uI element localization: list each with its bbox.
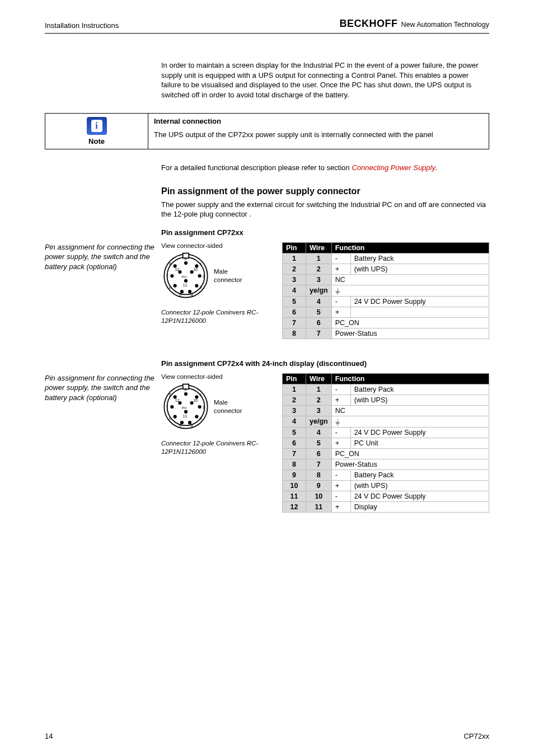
section1-pin-table: Pin Wire Function 11-Battery Pack22+(wit… (282, 242, 489, 339)
cell-wire: 10 (306, 491, 332, 501)
section1-side-caption: Pin assignment for connecting the power … (45, 242, 161, 272)
cell-sign: - (331, 253, 350, 264)
table-row: 4ye/gn⏚ (283, 285, 489, 296)
after-note-paragraph: For a detailed functional description pl… (161, 163, 489, 173)
section1-mid-col: View connector-sided 12 34 56 78 910 111… (161, 242, 282, 325)
cell-function: PC_ON (331, 317, 489, 328)
cell-pin: 7 (283, 317, 306, 328)
th-function: Function (331, 242, 489, 253)
svg-text:7: 7 (166, 405, 168, 408)
cell-wire: 5 (306, 307, 332, 317)
table-row: 76PC_ON (283, 317, 489, 328)
svg-point-36 (174, 415, 177, 418)
svg-text:4: 4 (191, 293, 193, 297)
table-row: 87Power-Status (283, 328, 489, 339)
section1-view-label: View connector-sided (161, 242, 282, 249)
cell-wire: 8 (306, 469, 332, 480)
male-label-line2: connector (214, 407, 242, 414)
cell-function: Display (350, 501, 489, 512)
svg-text:5: 5 (179, 293, 181, 297)
svg-text:10: 10 (193, 398, 198, 402)
svg-text:3: 3 (200, 416, 202, 420)
cell-sign: - (331, 384, 350, 395)
svg-text:11: 11 (183, 283, 188, 287)
table-row: 76PC_ON (283, 448, 489, 459)
cell-wire: 7 (306, 459, 332, 469)
after-note-prefix: For a detailed functional description pl… (161, 163, 352, 172)
cell-wire: 7 (306, 328, 332, 339)
section1-conn-caption: Connector 12-pole Coninvers RC-12P1N1126… (161, 308, 282, 325)
cell-sign: - (331, 469, 350, 480)
cell-pin: 1 (283, 384, 306, 395)
header-left-text: Installation Instructions (45, 21, 119, 30)
cell-wire: 6 (306, 317, 332, 328)
cell-sign: + (331, 438, 350, 448)
cell-function: Battery Pack (350, 469, 489, 480)
male-label-line2: connector (214, 276, 242, 283)
cell-sign: + (331, 480, 350, 491)
th-function: Function (331, 373, 489, 384)
section2-heading: Pin assignment CP72x4 with 24-inch displ… (161, 359, 489, 368)
cell-pin: 6 (283, 307, 306, 317)
cell-wire: 2 (306, 264, 332, 274)
cell-pin: 8 (283, 459, 306, 469)
cell-wire: 4 (306, 427, 332, 438)
svg-text:1: 1 (200, 261, 202, 265)
header-right: BECKHOFF New Automation Technology (339, 18, 489, 30)
male-label-line1: Male (214, 268, 228, 275)
cell-function: 24 V DC Power Supply (350, 491, 489, 501)
svg-text:12: 12 (175, 398, 180, 402)
cell-sign: + (331, 395, 350, 405)
cell-sign: + (331, 307, 350, 317)
after-note-suffix: . (435, 163, 438, 172)
cell-wire: 1 (306, 384, 332, 395)
cell-function: ⏚ (331, 416, 489, 427)
th-wire: Wire (306, 373, 332, 384)
ground-icon: ⏚ (335, 286, 340, 295)
svg-text:2: 2 (203, 274, 205, 278)
cell-pin: 4 (283, 416, 306, 427)
cell-function: 24 V DC Power Supply (350, 427, 489, 438)
section2-side-caption: Pin assignment for connecting the power … (45, 373, 161, 403)
table-row: 1211+Display (283, 501, 489, 512)
cell-pin: 10 (283, 480, 306, 491)
svg-text:6: 6 (169, 416, 171, 420)
table-row: 33NC (283, 274, 489, 285)
connecting-power-supply-link[interactable]: Connecting Power Supply (352, 163, 435, 172)
th-pin: Pin (283, 242, 306, 253)
cell-function: 24 V DC Power Supply (350, 296, 489, 307)
section1-male-label: Male connector (214, 267, 242, 284)
info-icon: i (87, 117, 107, 135)
cell-function: (with UPS) (350, 480, 489, 491)
table-row: 22+(with UPS) (283, 264, 489, 274)
table-row: 98-Battery Pack (283, 469, 489, 480)
svg-text:2: 2 (203, 405, 205, 408)
cell-sign: - (331, 491, 350, 501)
connector-diagram-icon: 12 34 56 78 910 1112 PO (161, 382, 210, 431)
pin-assignment-para: The power supply and the external circui… (161, 200, 489, 219)
section2-male-label: Male connector (214, 398, 242, 415)
cell-function: PC Unit (350, 438, 489, 448)
svg-point-11 (184, 261, 188, 265)
note-label: Note (88, 137, 105, 145)
table-row: 1110-24 V DC Power Supply (283, 491, 489, 501)
table-row: 11-Battery Pack (283, 253, 489, 264)
svg-text:10: 10 (193, 267, 198, 271)
cell-function: NC (331, 274, 489, 285)
svg-text:8: 8 (169, 392, 171, 396)
cell-pin: 2 (283, 395, 306, 405)
cell-wire: 5 (306, 438, 332, 448)
cell-function: NC (331, 405, 489, 416)
section2-conn-caption: Connector 12-pole Coninvers RC-12P1N1126… (161, 439, 282, 456)
logo-tagline: New Automation Technology (401, 21, 489, 29)
svg-point-37 (170, 405, 174, 408)
svg-text:8: 8 (169, 261, 171, 265)
svg-text:1: 1 (200, 392, 202, 396)
ground-icon: ⏚ (335, 417, 340, 426)
svg-text:PO: PO (182, 405, 187, 409)
doc-code: CP72xx (463, 732, 489, 740)
svg-text:PO: PO (182, 274, 187, 278)
table-row: 65+ (283, 307, 489, 317)
cell-pin: 2 (283, 264, 306, 274)
cell-pin: 11 (283, 491, 306, 501)
